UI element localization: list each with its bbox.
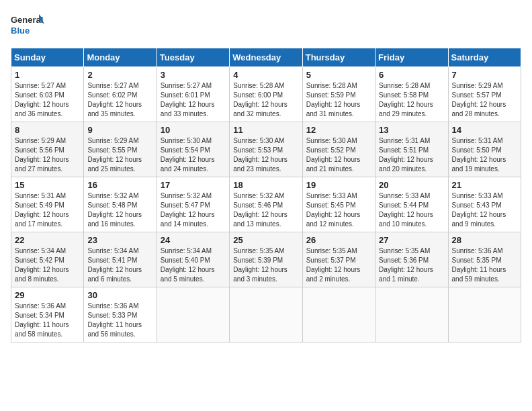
day-number: 19	[306, 180, 371, 190]
calendar-cell: 18Sunrise: 5:32 AM Sunset: 5:46 PM Dayli…	[230, 177, 302, 232]
calendar-cell: 29Sunrise: 5:36 AM Sunset: 5:34 PM Dayli…	[11, 287, 84, 342]
day-info: Sunrise: 5:27 AM Sunset: 6:02 PM Dayligh…	[87, 81, 152, 119]
day-number: 22	[15, 235, 80, 245]
col-header-wednesday: Wednesday	[230, 48, 302, 67]
calendar-cell: 6Sunrise: 5:28 AM Sunset: 5:58 PM Daylig…	[375, 67, 448, 122]
calendar-cell: 24Sunrise: 5:34 AM Sunset: 5:40 PM Dayli…	[157, 232, 229, 287]
calendar-cell: 26Sunrise: 5:35 AM Sunset: 5:37 PM Dayli…	[302, 232, 375, 287]
day-number: 15	[15, 180, 80, 190]
calendar-cell	[375, 287, 448, 342]
day-info: Sunrise: 5:34 AM Sunset: 5:40 PM Dayligh…	[161, 246, 226, 284]
day-number: 28	[452, 235, 517, 245]
day-info: Sunrise: 5:35 AM Sunset: 5:39 PM Dayligh…	[233, 246, 298, 284]
day-number: 29	[15, 290, 80, 300]
calendar-cell: 20Sunrise: 5:33 AM Sunset: 5:44 PM Dayli…	[375, 177, 448, 232]
day-info: Sunrise: 5:27 AM Sunset: 6:03 PM Dayligh…	[15, 81, 80, 119]
calendar-cell: 13Sunrise: 5:31 AM Sunset: 5:51 PM Dayli…	[375, 122, 448, 177]
calendar-cell: 8Sunrise: 5:29 AM Sunset: 5:56 PM Daylig…	[11, 122, 84, 177]
day-number: 12	[306, 125, 371, 135]
col-header-thursday: Thursday	[302, 48, 375, 67]
calendar-cell: 23Sunrise: 5:34 AM Sunset: 5:41 PM Dayli…	[84, 232, 157, 287]
calendar-cell: 22Sunrise: 5:34 AM Sunset: 5:42 PM Dayli…	[11, 232, 84, 287]
day-info: Sunrise: 5:35 AM Sunset: 5:37 PM Dayligh…	[306, 246, 371, 284]
calendar-cell: 10Sunrise: 5:30 AM Sunset: 5:54 PM Dayli…	[157, 122, 229, 177]
calendar-cell: 17Sunrise: 5:32 AM Sunset: 5:47 PM Dayli…	[157, 177, 229, 232]
calendar-cell: 11Sunrise: 5:30 AM Sunset: 5:53 PM Dayli…	[230, 122, 302, 177]
day-info: Sunrise: 5:28 AM Sunset: 5:58 PM Dayligh…	[379, 81, 444, 119]
day-number: 10	[161, 125, 226, 135]
day-number: 16	[87, 180, 152, 190]
svg-text:Blue: Blue	[11, 26, 30, 36]
calendar-cell	[448, 287, 521, 342]
logo: General Blue	[11, 11, 44, 41]
day-info: Sunrise: 5:31 AM Sunset: 5:51 PM Dayligh…	[379, 136, 444, 174]
header-row: SundayMondayTuesdayWednesdayThursdayFrid…	[11, 48, 521, 67]
day-info: Sunrise: 5:33 AM Sunset: 5:45 PM Dayligh…	[306, 191, 371, 229]
day-number: 26	[306, 235, 371, 245]
calendar-cell: 14Sunrise: 5:31 AM Sunset: 5:50 PM Dayli…	[448, 122, 521, 177]
day-info: Sunrise: 5:31 AM Sunset: 5:49 PM Dayligh…	[15, 191, 80, 229]
day-number: 8	[15, 125, 80, 135]
calendar-cell	[230, 287, 302, 342]
day-number: 18	[233, 180, 298, 190]
day-info: Sunrise: 5:36 AM Sunset: 5:34 PM Dayligh…	[15, 302, 80, 339]
calendar-week-4: 22Sunrise: 5:34 AM Sunset: 5:42 PM Dayli…	[11, 232, 521, 287]
col-header-monday: Monday	[84, 48, 157, 67]
calendar-cell: 25Sunrise: 5:35 AM Sunset: 5:39 PM Dayli…	[230, 232, 302, 287]
calendar-cell: 16Sunrise: 5:32 AM Sunset: 5:48 PM Dayli…	[84, 177, 157, 232]
calendar-week-2: 8Sunrise: 5:29 AM Sunset: 5:56 PM Daylig…	[11, 122, 521, 177]
calendar-cell: 5Sunrise: 5:28 AM Sunset: 5:59 PM Daylig…	[302, 67, 375, 122]
day-info: Sunrise: 5:29 AM Sunset: 5:55 PM Dayligh…	[87, 136, 152, 174]
day-number: 30	[87, 290, 152, 300]
day-info: Sunrise: 5:28 AM Sunset: 6:00 PM Dayligh…	[233, 81, 298, 119]
day-number: 20	[379, 180, 444, 190]
calendar-cell: 2Sunrise: 5:27 AM Sunset: 6:02 PM Daylig…	[84, 67, 157, 122]
day-info: Sunrise: 5:32 AM Sunset: 5:48 PM Dayligh…	[87, 191, 152, 229]
day-number: 17	[161, 180, 226, 190]
day-number: 4	[233, 70, 298, 80]
calendar-cell: 12Sunrise: 5:30 AM Sunset: 5:52 PM Dayli…	[302, 122, 375, 177]
day-number: 6	[379, 70, 444, 80]
day-number: 23	[87, 235, 152, 245]
calendar-cell: 15Sunrise: 5:31 AM Sunset: 5:49 PM Dayli…	[11, 177, 84, 232]
calendar-cell: 21Sunrise: 5:33 AM Sunset: 5:43 PM Dayli…	[448, 177, 521, 232]
day-number: 21	[452, 180, 517, 190]
day-info: Sunrise: 5:36 AM Sunset: 5:33 PM Dayligh…	[87, 302, 152, 339]
day-info: Sunrise: 5:33 AM Sunset: 5:43 PM Dayligh…	[452, 191, 517, 229]
day-info: Sunrise: 5:29 AM Sunset: 5:56 PM Dayligh…	[15, 136, 80, 174]
day-info: Sunrise: 5:35 AM Sunset: 5:36 PM Dayligh…	[379, 246, 444, 284]
calendar-cell: 30Sunrise: 5:36 AM Sunset: 5:33 PM Dayli…	[84, 287, 157, 342]
day-info: Sunrise: 5:29 AM Sunset: 5:57 PM Dayligh…	[452, 81, 517, 119]
day-number: 11	[233, 125, 298, 135]
day-number: 24	[161, 235, 226, 245]
day-number: 2	[87, 70, 152, 80]
svg-text:General: General	[11, 15, 43, 25]
day-info: Sunrise: 5:33 AM Sunset: 5:44 PM Dayligh…	[379, 191, 444, 229]
day-info: Sunrise: 5:31 AM Sunset: 5:50 PM Dayligh…	[452, 136, 517, 174]
day-number: 5	[306, 70, 371, 80]
calendar-cell: 28Sunrise: 5:36 AM Sunset: 5:35 PM Dayli…	[448, 232, 521, 287]
day-info: Sunrise: 5:32 AM Sunset: 5:46 PM Dayligh…	[233, 191, 298, 229]
day-info: Sunrise: 5:28 AM Sunset: 5:59 PM Dayligh…	[306, 81, 371, 119]
calendar-cell	[302, 287, 375, 342]
calendar-cell: 1Sunrise: 5:27 AM Sunset: 6:03 PM Daylig…	[11, 67, 84, 122]
day-info: Sunrise: 5:34 AM Sunset: 5:42 PM Dayligh…	[15, 246, 80, 284]
col-header-friday: Friday	[375, 48, 448, 67]
page-header: General Blue	[11, 11, 521, 41]
calendar-week-3: 15Sunrise: 5:31 AM Sunset: 5:49 PM Dayli…	[11, 177, 521, 232]
calendar-cell	[157, 287, 229, 342]
day-number: 9	[87, 125, 152, 135]
calendar-week-5: 29Sunrise: 5:36 AM Sunset: 5:34 PM Dayli…	[11, 287, 521, 342]
day-number: 7	[452, 70, 517, 80]
calendar-cell: 19Sunrise: 5:33 AM Sunset: 5:45 PM Dayli…	[302, 177, 375, 232]
day-number: 14	[452, 125, 517, 135]
col-header-tuesday: Tuesday	[157, 48, 229, 67]
calendar-cell: 3Sunrise: 5:27 AM Sunset: 6:01 PM Daylig…	[157, 67, 229, 122]
day-number: 25	[233, 235, 298, 245]
calendar-cell: 27Sunrise: 5:35 AM Sunset: 5:36 PM Dayli…	[375, 232, 448, 287]
calendar-cell: 4Sunrise: 5:28 AM Sunset: 6:00 PM Daylig…	[230, 67, 302, 122]
day-info: Sunrise: 5:30 AM Sunset: 5:54 PM Dayligh…	[161, 136, 226, 174]
day-info: Sunrise: 5:30 AM Sunset: 5:53 PM Dayligh…	[233, 136, 298, 174]
calendar-cell: 7Sunrise: 5:29 AM Sunset: 5:57 PM Daylig…	[448, 67, 521, 122]
day-number: 3	[161, 70, 226, 80]
